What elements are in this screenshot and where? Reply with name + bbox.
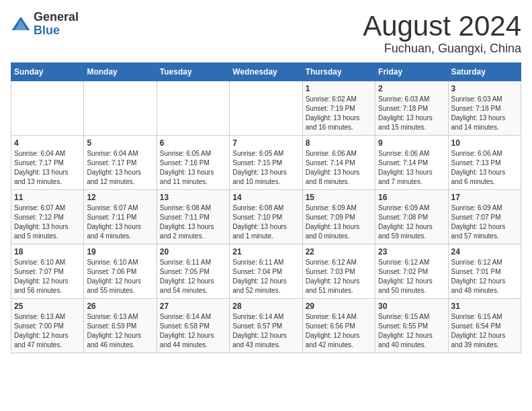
calendar-cell: 30Sunrise: 6:15 AM Sunset: 6:55 PM Dayli… [375,299,448,353]
day-number: 17 [451,193,518,202]
day-number: 5 [87,138,153,148]
day-info: Sunrise: 6:09 AM Sunset: 7:08 PM Dayligh… [378,203,445,241]
calendar-cell: 14Sunrise: 6:08 AM Sunset: 7:10 PM Dayli… [230,190,302,244]
day-info: Sunrise: 6:09 AM Sunset: 7:07 PM Dayligh… [451,203,518,241]
calendar-subtitle: Fuchuan, Guangxi, China [363,42,521,56]
day-info: Sunrise: 6:06 AM Sunset: 7:13 PM Dayligh… [451,149,518,187]
day-info: Sunrise: 6:14 AM Sunset: 6:57 PM Dayligh… [232,312,299,350]
calendar-cell: 28Sunrise: 6:14 AM Sunset: 6:57 PM Dayli… [230,299,302,353]
weekday-header: Monday [84,63,157,81]
day-number: 14 [232,193,299,202]
day-info: Sunrise: 6:07 AM Sunset: 7:12 PM Dayligh… [14,203,81,241]
day-info: Sunrise: 6:08 AM Sunset: 7:11 PM Dayligh… [160,203,226,241]
day-info: Sunrise: 6:12 AM Sunset: 7:02 PM Dayligh… [378,258,445,295]
day-number: 26 [87,302,153,311]
day-info: Sunrise: 6:05 AM Sunset: 7:16 PM Dayligh… [160,149,226,187]
day-number: 3 [451,84,518,93]
calendar-cell [230,81,302,136]
day-info: Sunrise: 6:10 AM Sunset: 7:07 PM Dayligh… [14,258,81,295]
day-number: 18 [14,247,81,257]
logo-icon [11,14,31,34]
calendar-cell: 24Sunrise: 6:12 AM Sunset: 7:01 PM Dayli… [448,244,521,299]
calendar-cell: 1Sunrise: 6:02 AM Sunset: 7:19 PM Daylig… [302,81,375,136]
day-number: 2 [378,84,445,93]
calendar-cell: 10Sunrise: 6:06 AM Sunset: 7:13 PM Dayli… [448,136,521,190]
day-number: 10 [451,138,518,148]
weekday-header: Tuesday [157,63,229,81]
day-number: 20 [160,247,226,257]
calendar-cell: 3Sunrise: 6:03 AM Sunset: 7:18 PM Daylig… [448,81,521,136]
day-number: 22 [306,247,372,257]
calendar-cell: 12Sunrise: 6:07 AM Sunset: 7:11 PM Dayli… [84,190,157,244]
weekday-header: Thursday [302,63,375,81]
day-number: 12 [87,193,153,202]
day-number: 8 [306,138,372,148]
day-info: Sunrise: 6:07 AM Sunset: 7:11 PM Dayligh… [87,203,153,241]
day-number: 27 [160,302,226,311]
day-info: Sunrise: 6:03 AM Sunset: 7:18 PM Dayligh… [451,95,518,132]
day-number: 1 [306,84,372,93]
day-info: Sunrise: 6:11 AM Sunset: 7:05 PM Dayligh… [160,258,226,295]
calendar-cell [157,81,229,136]
day-number: 28 [232,302,299,311]
calendar-cell: 26Sunrise: 6:13 AM Sunset: 6:59 PM Dayli… [84,299,157,353]
day-info: Sunrise: 6:15 AM Sunset: 6:55 PM Dayligh… [378,312,445,350]
day-info: Sunrise: 6:12 AM Sunset: 7:03 PM Dayligh… [306,258,372,295]
calendar-cell: 15Sunrise: 6:09 AM Sunset: 7:09 PM Dayli… [302,190,375,244]
weekday-header: Wednesday [230,63,302,81]
calendar-title: August 2024 [363,11,521,42]
weekday-header: Friday [375,63,448,81]
calendar-cell [84,81,157,136]
calendar-cell: 11Sunrise: 6:07 AM Sunset: 7:12 PM Dayli… [11,190,84,244]
page-header: General Blue August 2024 Fuchuan, Guangx… [11,11,521,56]
day-number: 15 [306,193,372,202]
calendar-week-row: 1Sunrise: 6:02 AM Sunset: 7:19 PM Daylig… [11,81,521,136]
day-info: Sunrise: 6:04 AM Sunset: 7:17 PM Dayligh… [14,149,81,187]
day-info: Sunrise: 6:08 AM Sunset: 7:10 PM Dayligh… [232,203,299,241]
day-info: Sunrise: 6:03 AM Sunset: 7:18 PM Dayligh… [378,95,445,132]
day-number: 11 [14,193,81,202]
day-number: 7 [232,138,299,148]
day-info: Sunrise: 6:13 AM Sunset: 7:00 PM Dayligh… [14,312,81,350]
calendar-cell: 21Sunrise: 6:11 AM Sunset: 7:04 PM Dayli… [230,244,302,299]
calendar-cell: 2Sunrise: 6:03 AM Sunset: 7:18 PM Daylig… [375,81,448,136]
calendar-week-row: 25Sunrise: 6:13 AM Sunset: 7:00 PM Dayli… [11,299,521,353]
calendar-cell: 13Sunrise: 6:08 AM Sunset: 7:11 PM Dayli… [157,190,229,244]
calendar-cell: 19Sunrise: 6:10 AM Sunset: 7:06 PM Dayli… [84,244,157,299]
day-number: 4 [14,138,81,148]
weekday-header: Saturday [448,63,521,81]
day-number: 21 [232,247,299,257]
day-number: 13 [160,193,226,202]
calendar-cell: 7Sunrise: 6:05 AM Sunset: 7:15 PM Daylig… [230,136,302,190]
day-info: Sunrise: 6:10 AM Sunset: 7:06 PM Dayligh… [87,258,153,295]
day-number: 29 [306,302,372,311]
calendar-cell: 18Sunrise: 6:10 AM Sunset: 7:07 PM Dayli… [11,244,84,299]
day-number: 9 [378,138,445,148]
calendar-week-row: 11Sunrise: 6:07 AM Sunset: 7:12 PM Dayli… [11,190,521,244]
day-info: Sunrise: 6:14 AM Sunset: 6:56 PM Dayligh… [306,312,372,350]
title-block: August 2024 Fuchuan, Guangxi, China [363,11,521,56]
weekday-header-row: SundayMondayTuesdayWednesdayThursdayFrid… [11,63,521,81]
calendar-cell: 29Sunrise: 6:14 AM Sunset: 6:56 PM Dayli… [302,299,375,353]
logo: General Blue [11,11,79,38]
day-info: Sunrise: 6:12 AM Sunset: 7:01 PM Dayligh… [451,258,518,295]
calendar-cell: 23Sunrise: 6:12 AM Sunset: 7:02 PM Dayli… [375,244,448,299]
calendar-cell: 8Sunrise: 6:06 AM Sunset: 7:14 PM Daylig… [302,136,375,190]
logo-general-text: General [34,11,79,24]
day-number: 6 [160,138,226,148]
day-info: Sunrise: 6:09 AM Sunset: 7:09 PM Dayligh… [306,203,372,241]
calendar-week-row: 4Sunrise: 6:04 AM Sunset: 7:17 PM Daylig… [11,136,521,190]
day-info: Sunrise: 6:05 AM Sunset: 7:15 PM Dayligh… [232,149,299,187]
day-number: 24 [451,247,518,257]
calendar-cell: 9Sunrise: 6:06 AM Sunset: 7:14 PM Daylig… [375,136,448,190]
calendar-cell: 31Sunrise: 6:15 AM Sunset: 6:54 PM Dayli… [448,299,521,353]
calendar-table: SundayMondayTuesdayWednesdayThursdayFrid… [11,62,521,353]
day-info: Sunrise: 6:02 AM Sunset: 7:19 PM Dayligh… [306,95,372,132]
day-info: Sunrise: 6:06 AM Sunset: 7:14 PM Dayligh… [378,149,445,187]
calendar-cell: 4Sunrise: 6:04 AM Sunset: 7:17 PM Daylig… [11,136,84,190]
day-number: 31 [451,302,518,311]
day-info: Sunrise: 6:13 AM Sunset: 6:59 PM Dayligh… [87,312,153,350]
calendar-cell [11,81,84,136]
day-info: Sunrise: 6:14 AM Sunset: 6:58 PM Dayligh… [160,312,226,350]
calendar-cell: 16Sunrise: 6:09 AM Sunset: 7:08 PM Dayli… [375,190,448,244]
